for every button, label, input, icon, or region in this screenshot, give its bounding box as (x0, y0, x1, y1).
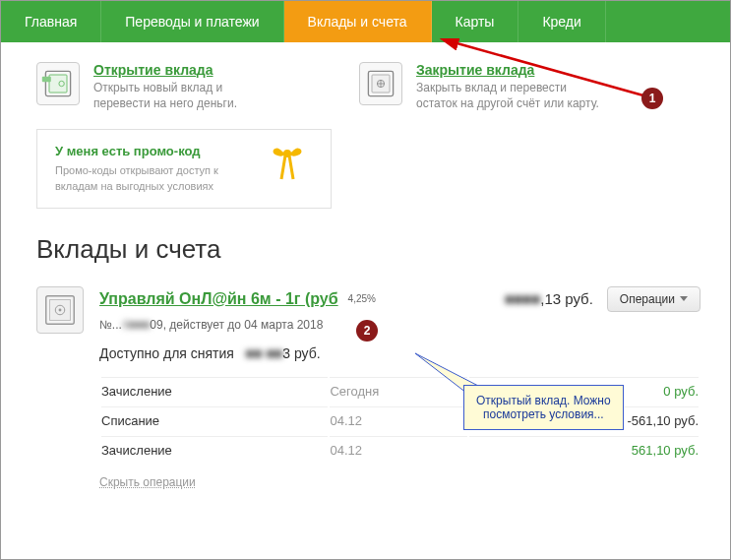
close-deposit-desc: Закрыть вклад и перевести остаток на дру… (416, 81, 603, 111)
nav-transfers[interactable]: Переводы и платежи (101, 1, 283, 42)
annotation-callout: Открытый вклад. Можно посмотреть условия… (463, 385, 624, 430)
safe-open-icon (36, 62, 80, 105)
top-navigation: Главная Переводы и платежи Вклады и счет… (1, 1, 730, 42)
promo-desc: Промо-коды открывают доступ к вкладам на… (55, 163, 242, 194)
deposit-number: №...4■■■09, действует до 04 марта 2018 (99, 318, 701, 332)
table-row: Зачисление 04.12 561,10 руб. (101, 436, 699, 464)
close-deposit-card: Закрытие вклада Закрыть вклад и перевест… (359, 62, 603, 111)
bow-icon (268, 140, 317, 187)
nav-home[interactable]: Главная (1, 1, 101, 42)
nav-cards[interactable]: Карты (432, 1, 519, 42)
deposit-balance: ■■■■,13 руб. (505, 290, 593, 307)
svg-point-13 (59, 309, 62, 312)
promo-code-box[interactable]: У меня есть промо-код Промо-коды открыва… (36, 129, 332, 209)
deposit-rate: 4,25% (348, 293, 376, 304)
open-deposit-link[interactable]: Открытие вклада (93, 62, 280, 78)
available-amount: Доступно для снятия ■■ ■■3 руб. (99, 345, 701, 361)
annotation-marker-1: 1 (641, 88, 663, 109)
safe-close-icon (359, 62, 402, 105)
open-deposit-card: Открытие вклада Открыть новый вклад и пе… (36, 62, 280, 111)
nav-deposits[interactable]: Вклады и счета (284, 1, 432, 42)
close-deposit-link[interactable]: Закрытие вклада (416, 62, 603, 78)
open-deposit-desc: Открыть новый вклад и перевести на него … (93, 81, 280, 111)
annotation-marker-2: 2 (356, 320, 378, 342)
deposit-name-link[interactable]: Управляй ОнЛ@йн 6м - 1г (руб (99, 290, 338, 308)
svg-rect-3 (42, 77, 51, 82)
nav-credit[interactable]: Креди (518, 1, 605, 42)
operations-button[interactable]: Операции (607, 286, 701, 312)
deposit-safe-icon (36, 286, 84, 334)
page-title: Вклады и счета (36, 234, 701, 265)
chevron-down-icon (680, 296, 688, 301)
hide-operations-link[interactable]: Скрыть операции (99, 475, 196, 489)
